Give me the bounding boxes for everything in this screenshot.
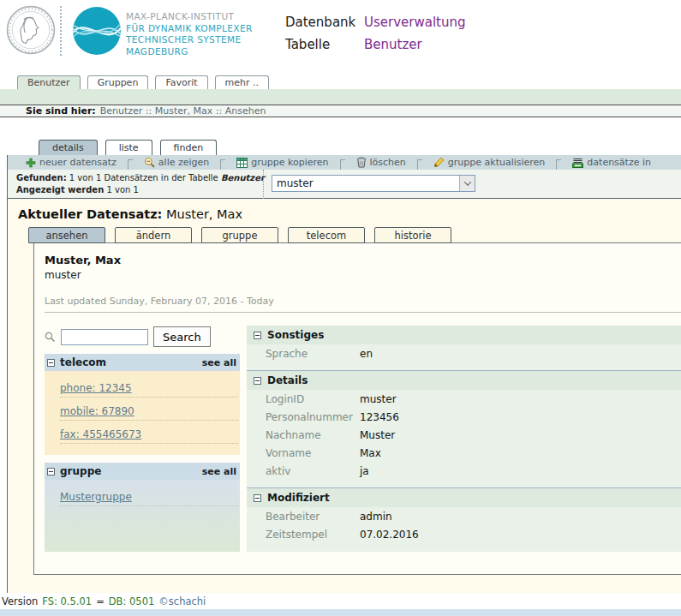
list-item: Mustergruppe xyxy=(60,480,238,506)
telecom-see-all-link[interactable]: see all xyxy=(202,357,236,368)
breadcrumb-path[interactable]: Benutzer :: Muster, Max :: Ansehen xyxy=(100,105,266,117)
trash-icon xyxy=(356,157,367,168)
tab-gruppen[interactable]: Gruppen xyxy=(87,75,149,89)
record-title: Muster, Max xyxy=(45,254,681,266)
userverwaltung-page: MAX-PLANCK-INSTITUT FÜR DYNAMIK KOMPLEXE… xyxy=(0,0,681,616)
gruppe-title: gruppe xyxy=(60,465,101,477)
field-label: Bearbeiter xyxy=(266,511,360,523)
record-tab-aendern[interactable]: ändern xyxy=(115,227,192,243)
section-title: Sonstiges xyxy=(267,329,324,341)
update-group-button[interactable]: gruppe aktualisieren xyxy=(422,157,557,168)
field-row: LoginID muster xyxy=(247,390,681,408)
zoom-out-icon xyxy=(144,157,155,168)
institute-line: FÜR DYNAMIK KOMPLEXER xyxy=(126,23,253,35)
dropdown-arrow-icon[interactable] xyxy=(459,176,475,191)
toolbar-button-label: löschen xyxy=(370,157,406,168)
field-label: Personalnummer xyxy=(266,411,360,423)
field-row: Zeitstempel 07.02.2016 xyxy=(247,525,681,543)
tab-benutzer[interactable]: Benutzer xyxy=(17,75,81,89)
field-label: aktiv xyxy=(266,465,360,477)
field-row: aktiv ja xyxy=(247,462,681,480)
copyright-link[interactable]: ©schachi xyxy=(158,595,206,607)
tab-bar-background xyxy=(0,89,681,105)
details-panel: Sonstiges Sprache en Details LoginID xyxy=(247,326,681,552)
import-records-button[interactable]: datensätze in xyxy=(561,157,662,168)
telecom-title: telecom xyxy=(60,356,106,368)
header: MAX-PLANCK-INSTITUT FÜR DYNAMIK KOMPLEXE… xyxy=(0,0,681,75)
fax-link[interactable]: fax: 455465673 xyxy=(60,428,141,440)
fs-version: FS: 0.5.01 xyxy=(42,595,92,607)
collapse-icon[interactable] xyxy=(254,332,261,339)
datenbank-link[interactable]: Userverwaltung xyxy=(364,11,466,33)
tabelle-label: Tabelle xyxy=(285,33,364,56)
record-tab-historie[interactable]: historie xyxy=(374,227,451,243)
record-tab-ansehen[interactable]: ansehen xyxy=(28,227,105,243)
list-item: mobile: 67890 xyxy=(60,398,238,421)
record-sidebar: Search telecom see all phone: 12345 mobi… xyxy=(45,326,240,552)
current-record-label: Aktueller Datensatz: xyxy=(18,207,162,221)
gruppe-see-all-link[interactable]: see all xyxy=(202,466,236,477)
main-tabs: Benutzer Gruppen Favorit mehr .. xyxy=(17,75,269,89)
record-select[interactable]: muster xyxy=(272,175,475,192)
toolbar: neuer datensatz alle zeigen gruppe kopie… xyxy=(8,155,681,170)
gefunden-label: Gefunden: xyxy=(16,173,67,182)
toolbar-button-label: alle zeigen xyxy=(158,157,209,168)
record-card: Muster, Max muster Last updated Sunday, … xyxy=(33,242,681,575)
tab-mehr[interactable]: mehr .. xyxy=(215,75,269,89)
subtab-finden[interactable]: finden xyxy=(160,140,218,155)
telecom-header: telecom see all xyxy=(45,354,240,371)
show-all-button[interactable]: alle zeigen xyxy=(133,157,220,168)
angezeigt-label: Angezeigt werden xyxy=(16,185,104,194)
gruppe-header: gruppe see all xyxy=(45,463,240,480)
version-label: Version xyxy=(2,595,38,607)
delete-button[interactable]: löschen xyxy=(345,157,417,168)
result-info-row: Gefunden: 1 von 1 Datensätzen in der Tab… xyxy=(8,170,681,199)
last-updated: Last updated Sunday, February 07, 2016 -… xyxy=(45,296,681,307)
field-row: Nachname Muster xyxy=(247,426,681,444)
current-record-heading: Aktueller Datensatz: Muster, Max xyxy=(8,199,681,221)
field-row: Sprache en xyxy=(247,344,681,362)
field-value: Max xyxy=(360,447,381,459)
database-info: Datenbank Userverwaltung Tabelle Benutze… xyxy=(285,11,466,56)
gruppe-link[interactable]: Mustergruppe xyxy=(60,491,132,503)
field-label: LoginID xyxy=(266,393,360,405)
breadcrumb: Sie sind hier: Benutzer :: Muster, Max :… xyxy=(0,105,681,117)
copy-group-button[interactable]: gruppe kopieren xyxy=(225,157,339,168)
subtab-details[interactable]: details xyxy=(39,140,98,155)
gruppe-body: Mustergruppe xyxy=(45,480,240,552)
toolbar-button-label: gruppe kopieren xyxy=(251,157,328,168)
subtab-liste[interactable]: liste xyxy=(105,140,152,155)
search-button[interactable]: Search xyxy=(153,326,211,347)
field-value: muster xyxy=(360,393,397,405)
collapse-icon[interactable] xyxy=(47,468,55,475)
collapse-icon[interactable] xyxy=(47,359,55,367)
mpi-wave-logo-icon xyxy=(72,6,122,59)
collapse-icon[interactable] xyxy=(254,377,261,385)
phone-link[interactable]: phone: 12345 xyxy=(60,382,132,394)
section-header-details: Details xyxy=(247,371,681,390)
section-header-sonstiges: Sonstiges xyxy=(247,326,681,344)
new-record-button[interactable]: neuer datensatz xyxy=(15,157,128,168)
field-value: ja xyxy=(360,465,369,477)
record-tab-telecom[interactable]: telecom xyxy=(288,227,365,243)
field-value: admin xyxy=(360,511,392,523)
tab-favorit[interactable]: Favorit xyxy=(155,75,207,89)
mobile-link[interactable]: mobile: 67890 xyxy=(60,405,134,417)
field-label: Zeitstempel xyxy=(266,529,360,541)
toolbar-button-label: datensätze in xyxy=(587,157,651,168)
pencil-icon xyxy=(433,157,445,168)
plus-icon xyxy=(26,158,36,168)
view-subtabs: details liste finden xyxy=(7,140,217,155)
copy-grid-icon xyxy=(236,158,248,168)
info-separator xyxy=(263,170,264,199)
field-row: Personalnummer 123456 xyxy=(247,408,681,426)
record-tab-gruppe[interactable]: gruppe xyxy=(201,227,278,243)
card-divider xyxy=(45,312,681,313)
field-label: Vorname xyxy=(266,447,360,459)
field-value: 123456 xyxy=(360,411,399,423)
angezeigt-text: 1 von 1 xyxy=(104,185,139,194)
tabelle-link[interactable]: Benutzer xyxy=(364,33,422,56)
search-input[interactable] xyxy=(61,329,148,345)
field-row: Bearbeiter admin xyxy=(247,507,681,525)
collapse-icon[interactable] xyxy=(254,494,261,502)
